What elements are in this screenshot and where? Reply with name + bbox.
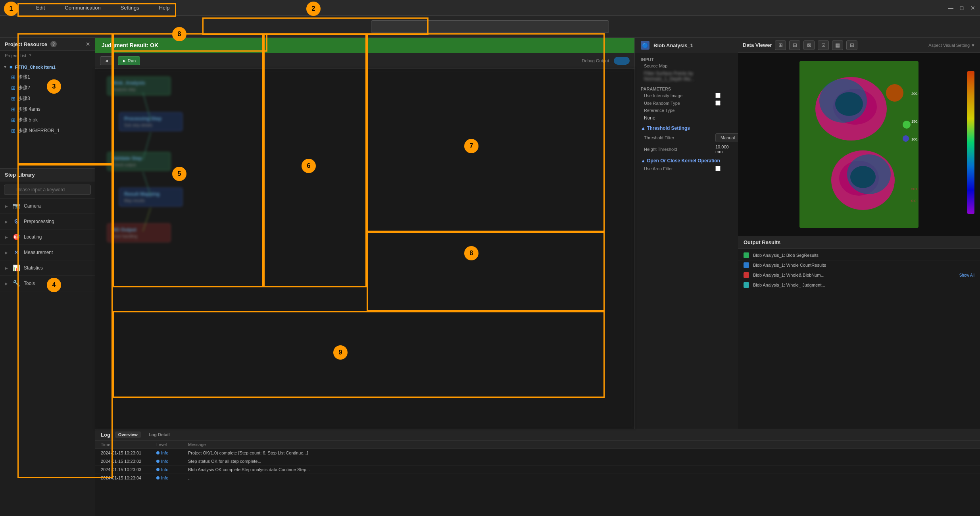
log-time-4: 2024-01-15 10:23:04 (101, 476, 156, 480)
minimize-button[interactable]: — (947, 5, 954, 11)
flow-canvas[interactable]: Blob_Analysis Analysis step Processing S… (95, 69, 634, 429)
maximize-button[interactable]: □ (959, 5, 965, 11)
log-row-3[interactable]: 2024-01-15 10:23:03 Info Blob Analysis O… (95, 466, 980, 474)
number-6: 6 (302, 159, 316, 173)
project-sub-item-3[interactable]: ⊞ 步骤3 (0, 93, 95, 104)
menu-communication[interactable]: Communication (61, 3, 104, 12)
log-msg-4: ... (188, 476, 974, 480)
dv-btn-5[interactable]: ▦ (832, 40, 843, 50)
output-item-3: Blob Analysis_1: Whole& BlobNum... Show … (738, 270, 980, 280)
source-map-row: Source Map (641, 64, 732, 68)
svg-text:100.0: 100.0 (911, 137, 919, 141)
project-root-item[interactable]: ▼ ■ FTTKi_Check Item1 (0, 62, 95, 72)
project-sub-item-1[interactable]: ⊞ 步骤1 (0, 72, 95, 83)
number-3: 3 (47, 79, 61, 94)
params-label: Parameters (641, 87, 732, 91)
log-time-1: 2024-01-15 10:23:01 (101, 451, 156, 455)
svg-point-8 (835, 92, 863, 116)
sub-item-icon-3: ⊞ (11, 96, 15, 102)
toolbar-search-input[interactable] (371, 20, 609, 33)
open-close-section[interactable]: ▲ Open Or Close Kernel Operation (641, 158, 732, 164)
back-button[interactable]: ◄ (100, 56, 113, 65)
color-scale-bar (967, 71, 974, 214)
dv-btn-2[interactable]: ⊟ (789, 40, 800, 50)
output-value-3[interactable]: Show All (959, 273, 974, 277)
number-4: 4 (47, 278, 61, 292)
dv-btn-3[interactable]: ⊠ (803, 40, 815, 50)
flow-node-4[interactable]: Result Mapping Map results (119, 188, 183, 206)
camera-icon: 📷 (12, 202, 21, 210)
prop-input-section: Input Source Map Filter Surface Points b… (641, 57, 732, 82)
flow-node-2[interactable]: Processing Step Sub step details (119, 112, 183, 131)
menu-edit[interactable]: Edit (32, 3, 49, 12)
source-map-label: Source Map (644, 64, 715, 68)
flow-node-5[interactable]: NG Output Error handling (107, 223, 171, 242)
debug-toggle[interactable] (614, 57, 630, 65)
number-9: 9 (333, 345, 348, 360)
log-tab-detail[interactable]: Log Detail (146, 431, 173, 438)
step-search-area: 🔍 (0, 181, 95, 198)
dv-btn-1[interactable]: ⊞ (775, 40, 786, 50)
menu-settings[interactable]: Settings (117, 3, 143, 12)
log-row-1[interactable]: 2024-01-15 10:23:01 Info Project OK(1.0)… (95, 449, 980, 457)
cat-label-camera: Camera (24, 203, 41, 209)
project-list-help-icon[interactable]: ? (29, 53, 31, 58)
project-resource-title: Project Resource (5, 41, 47, 47)
svg-point-12 (850, 166, 876, 188)
dv-image-area: 200.0 150.0 100.0 50.0 0.0 (738, 53, 980, 236)
log-msg-1: Project OK(1.0) complete [Step count: 6,… (188, 451, 974, 455)
log-tab-overview[interactable]: Overview (115, 431, 141, 438)
step-cat-measurement[interactable]: ▶ ✕ Measurement (0, 245, 95, 260)
threshold-settings-section[interactable]: ▲ Threshold Settings (641, 125, 732, 131)
project-sub-item-5[interactable]: ⊞ 步骤 5 ok (0, 115, 95, 125)
number-2: 2 (306, 2, 321, 16)
flow-node-3[interactable]: Validate Step Check output (107, 152, 171, 171)
properties-content[interactable]: Input Source Map Filter Surface Points b… (635, 53, 738, 429)
data-viewer-toolbar: Data Viewer ⊞ ⊟ ⊠ ⊡ ▦ ⊞ Aspect Visual Se… (738, 38, 980, 53)
step-library-panel: Step Library 🔍 ▶ 📷 Camera ▶ ⚙ Preprocess… (0, 169, 95, 516)
output-item-4: Blob Analysis_1: Whole_ Judgment... (738, 280, 980, 290)
cat-label-statistics: Statistics (24, 265, 43, 271)
step-cat-statistics[interactable]: ▶ 📊 Statistics (0, 260, 95, 276)
step-search-input[interactable] (4, 185, 91, 195)
log-level-4: Info (156, 476, 188, 480)
project-sub-item-6[interactable]: ⊞ 步骤 NG/ERROR_1 (0, 125, 95, 136)
project-help-icon[interactable]: ? (50, 41, 57, 47)
use-random-checkbox[interactable] (715, 100, 721, 106)
output-text-1: Blob Analysis_1: Blob SegResults (753, 253, 974, 258)
log-level-dot-4 (156, 476, 159, 479)
flow-toolbar: ◄ ► Run Debug Output (95, 53, 634, 69)
dv-btn-4[interactable]: ⊡ (818, 40, 829, 50)
project-sub-item-4[interactable]: ⊞ 步骤 4ams (0, 104, 95, 115)
log-row-2[interactable]: 2024-01-15 10:23:02 Info Step status OK … (95, 457, 980, 466)
use-area-filter-checkbox[interactable] (715, 166, 721, 171)
project-sub-label-1: 步骤1 (18, 74, 30, 81)
project-resource-panel: Project Resource ? ✕ Project List ? ▼ ■ … (0, 38, 95, 169)
step-cat-locating[interactable]: ▶ 🎯 Locating (0, 229, 95, 245)
run-button[interactable]: ► Run (118, 56, 140, 65)
threshold-filter-label: Threshold Filter (644, 135, 715, 140)
log-panel: Log Overview Log Detail Time Level Messa… (95, 429, 980, 516)
menu-bar: File Edit Communication Settings Help (4, 3, 173, 12)
judgment-result-text: Judgment Result: OK (102, 42, 158, 48)
svg-point-15 (903, 135, 909, 142)
log-level-3: Info (156, 467, 188, 472)
use-intensity-checkbox[interactable] (715, 93, 721, 98)
menu-help[interactable]: Help (155, 3, 174, 12)
log-msg-2: Step status OK for all step complete... (188, 459, 974, 464)
cat-expand-preprocessing: ▶ (5, 219, 8, 224)
log-row-4[interactable]: 2024-01-15 10:23:04 Info ... (95, 474, 980, 482)
sub-item-icon-2: ⊞ (11, 85, 15, 91)
dv-btn-6[interactable]: ⊞ (846, 40, 857, 50)
data-viewer-panel: Data Viewer ⊞ ⊟ ⊠ ⊡ ▦ ⊞ Aspect Visual Se… (738, 38, 980, 236)
close-button[interactable]: ✕ (970, 5, 976, 11)
output-results-panel: Output Results Blob Analysis_1: Blob Seg… (738, 236, 980, 316)
output-item-2: Blob Analysis_1: Whole CountResults (738, 260, 980, 270)
step-cat-preprocessing[interactable]: ▶ ⚙ Preprocessing (0, 214, 95, 229)
step-cat-camera[interactable]: ▶ 📷 Camera (0, 198, 95, 214)
flow-node-1[interactable]: Blob_Analysis Analysis step (107, 77, 171, 95)
cat-expand-measurement: ▶ (5, 250, 8, 255)
use-intensity-row: Use Intensity Image (641, 93, 732, 98)
project-close-icon[interactable]: ✕ (86, 41, 90, 47)
threshold-filter-select[interactable]: Manual Auto (715, 133, 738, 142)
